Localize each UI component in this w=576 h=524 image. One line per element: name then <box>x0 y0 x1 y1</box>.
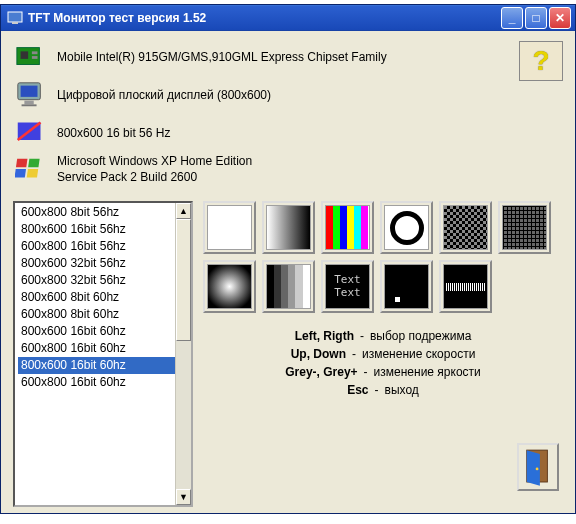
keyhelp-sep: - <box>352 345 356 363</box>
test-steps[interactable] <box>262 260 315 313</box>
keyhelp-desc: выход <box>385 381 419 399</box>
gpu-text: Mobile Intel(R) 915GM/GMS,910GML Express… <box>57 49 387 65</box>
scroll-track[interactable] <box>176 219 191 489</box>
chipset-icon <box>13 41 47 73</box>
mode-item[interactable]: 600x800 8bit 60hz <box>18 306 175 323</box>
test-gradient-swatch <box>266 205 311 250</box>
svg-rect-9 <box>22 104 37 106</box>
keyhelp-keys: Grey-, Grey+ <box>285 363 357 381</box>
window-title: TFT Монитор тест версия 1.52 <box>28 11 499 25</box>
monitor-icon <box>13 79 47 111</box>
svg-rect-4 <box>32 51 38 54</box>
test-white[interactable] <box>203 201 256 254</box>
mode-item[interactable]: 600x800 16bit 60hz <box>18 374 175 391</box>
info-os-row: Microsoft Windows XP Home Edition Servic… <box>13 153 563 189</box>
keyhelp-row: Grey-, Grey+-изменение яркости <box>203 363 563 381</box>
svg-rect-8 <box>24 101 33 105</box>
test-checker-swatch <box>443 205 488 250</box>
test-pixel-swatch <box>384 264 429 309</box>
keyhelp-keys: Left, Rigth <box>295 327 354 345</box>
test-text[interactable]: TextText <box>321 260 374 313</box>
mode-text: 800x600 16 bit 56 Hz <box>57 125 170 141</box>
test-steps-swatch <box>266 264 311 309</box>
os-line1: Microsoft Windows XP Home Edition <box>57 154 252 168</box>
svg-rect-7 <box>21 86 38 97</box>
test-grid: TextText <box>203 201 563 313</box>
mode-item[interactable]: 800x600 32bit 56hz <box>18 255 175 272</box>
resolution-icon <box>13 117 47 149</box>
scroll-up-button[interactable]: ▲ <box>176 203 191 219</box>
os-line2: Service Pack 2 Build 2600 <box>57 170 197 184</box>
modes-panel: 600x800 8bit 56hz800x600 16bit 56hz600x8… <box>13 201 193 507</box>
test-circle[interactable] <box>380 201 433 254</box>
test-checker[interactable] <box>439 201 492 254</box>
modes-list[interactable]: 600x800 8bit 56hz800x600 16bit 56hz600x8… <box>15 203 175 505</box>
keyhelp-keys: Esc <box>347 381 368 399</box>
mode-item[interactable]: 800x600 16bit 60hz <box>18 323 175 340</box>
scrollbar[interactable]: ▲ ▼ <box>175 203 191 505</box>
svg-rect-3 <box>21 51 29 59</box>
test-pixel[interactable] <box>380 260 433 313</box>
scroll-down-button[interactable]: ▼ <box>176 489 191 505</box>
test-circle-swatch <box>384 205 429 250</box>
test-text-swatch: TextText <box>325 264 370 309</box>
door-icon <box>523 447 553 487</box>
test-radial-swatch <box>207 264 252 309</box>
svg-rect-13 <box>28 159 39 167</box>
test-grid-swatch <box>502 205 547 250</box>
app-window: TFT Монитор тест версия 1.52 _ □ ✕ ? Mob… <box>0 4 576 514</box>
test-wave[interactable] <box>439 260 492 313</box>
test-colorbars[interactable] <box>321 201 374 254</box>
keyhelp-sep: - <box>364 363 368 381</box>
content-area: ? Mobile Intel(R) 915GM/GMS,910GML Expre… <box>1 31 575 513</box>
test-white-swatch <box>207 205 252 250</box>
minimize-icon: _ <box>509 12 516 24</box>
maximize-button[interactable]: □ <box>525 7 547 29</box>
mode-item[interactable]: 600x800 16bit 60hz <box>18 340 175 357</box>
svg-point-18 <box>536 467 539 470</box>
mode-item[interactable]: 600x800 32bit 56hz <box>18 272 175 289</box>
svg-rect-5 <box>32 56 38 59</box>
mode-item[interactable]: 600x800 16bit 56hz <box>18 238 175 255</box>
svg-rect-15 <box>27 169 38 177</box>
scroll-thumb[interactable] <box>176 219 191 341</box>
keyhelp-sep: - <box>360 327 364 345</box>
lower-section: 600x800 8bit 56hz800x600 16bit 56hz600x8… <box>13 201 563 507</box>
test-wave-swatch <box>443 264 488 309</box>
mode-item[interactable]: 800x600 16bit 56hz <box>18 221 175 238</box>
titlebar[interactable]: TFT Монитор тест версия 1.52 _ □ ✕ <box>1 5 575 31</box>
keyhelp-row: Up, Down-изменение скорости <box>203 345 563 363</box>
svg-rect-0 <box>8 12 22 22</box>
keyhelp-desc: выбор подрежима <box>370 327 471 345</box>
app-icon <box>7 10 23 26</box>
mode-item[interactable]: 800x600 16bit 60hz <box>18 357 175 374</box>
mode-item[interactable]: 600x800 8bit 56hz <box>18 204 175 221</box>
test-grid[interactable] <box>498 201 551 254</box>
info-gpu-row: Mobile Intel(R) 915GM/GMS,910GML Express… <box>13 39 563 75</box>
right-panel: TextText Left, Rigth-выбор подрежимаUp, … <box>203 201 563 507</box>
help-button[interactable]: ? <box>519 41 563 81</box>
svg-rect-12 <box>16 159 27 167</box>
keyhelp-row: Left, Rigth-выбор подрежима <box>203 327 563 345</box>
keyhelp-desc: изменение скорости <box>362 345 475 363</box>
keyhelp-desc: изменение яркости <box>374 363 481 381</box>
close-button[interactable]: ✕ <box>549 7 571 29</box>
test-gradient[interactable] <box>262 201 315 254</box>
info-section: ? Mobile Intel(R) 915GM/GMS,910GML Expre… <box>13 39 563 191</box>
keyhelp-row: Esc-выход <box>203 381 563 399</box>
test-colorbars-swatch <box>325 205 370 250</box>
svg-rect-1 <box>12 22 18 24</box>
info-display-row: Цифровой плоский дисплей (800x600) <box>13 77 563 113</box>
minimize-button[interactable]: _ <box>501 7 523 29</box>
keyhelp-keys: Up, Down <box>291 345 346 363</box>
close-icon: ✕ <box>555 12 565 24</box>
windows-icon <box>13 153 47 185</box>
mode-item[interactable]: 800x600 8bit 60hz <box>18 289 175 306</box>
os-text: Microsoft Windows XP Home Edition Servic… <box>57 153 252 185</box>
display-text: Цифровой плоский дисплей (800x600) <box>57 87 271 103</box>
test-radial[interactable] <box>203 260 256 313</box>
exit-button[interactable] <box>517 443 559 491</box>
maximize-icon: □ <box>532 12 539 24</box>
key-help: Left, Rigth-выбор подрежимаUp, Down-изме… <box>203 327 563 399</box>
info-mode-row: 800x600 16 bit 56 Hz <box>13 115 563 151</box>
